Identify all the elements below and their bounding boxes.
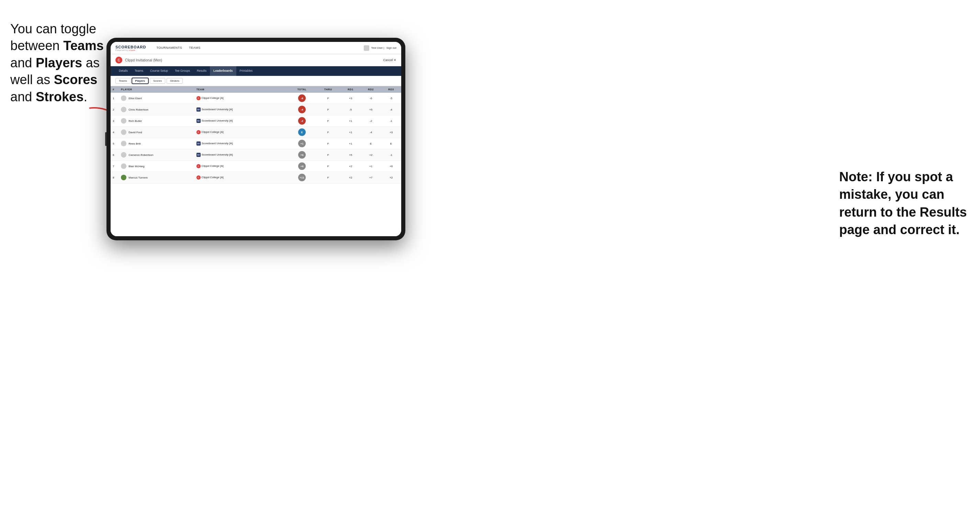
cell-rank: 4	[111, 127, 119, 138]
left-annotation: You can toggle between Teams and Players…	[10, 21, 107, 105]
cell-rd3: +6	[381, 161, 401, 172]
sign-out-link[interactable]: Sign out	[387, 46, 396, 49]
cell-team: SUScoreboard University [A]	[194, 115, 278, 127]
cell-rd1: +3	[340, 93, 361, 104]
col-rd2: RD2	[361, 86, 381, 93]
team-logo-clippd: C	[196, 164, 200, 168]
cell-rd1: +1	[340, 115, 361, 127]
app-header: SCOREBOARD Powered by clippd TOURNAMENTS…	[111, 42, 401, 54]
toggle-scores-button[interactable]: Scores	[150, 78, 165, 84]
cell-team: CClippd College [A]	[194, 127, 278, 138]
team-logo-su: SU	[196, 141, 200, 146]
col-total: TOTAL	[288, 86, 316, 93]
cell-spacer	[278, 138, 288, 149]
toggle-strokes-button[interactable]: Strokes	[167, 78, 183, 84]
tab-leaderboards[interactable]: Leaderboards	[210, 66, 236, 76]
cell-total: -4	[288, 104, 316, 115]
player-name: Cameron Robertson	[129, 154, 153, 157]
scores-bold: Scores	[54, 73, 97, 87]
toggle-teams-button[interactable]: Teams	[115, 78, 130, 84]
team-name: Scoreboard University [A]	[202, 153, 233, 156]
tab-printables[interactable]: Printables	[236, 66, 256, 76]
player-name: David Ford	[129, 131, 142, 134]
team-logo-su: SU	[196, 108, 200, 111]
tab-teams[interactable]: Teams	[131, 66, 147, 76]
strokes-bold: Strokes	[36, 90, 83, 104]
cell-team: CClippd College [A]	[194, 172, 278, 183]
cell-rd2: E	[361, 138, 381, 149]
tab-tee-groups[interactable]: Tee Groups	[172, 66, 193, 76]
player-name: Rich Butler	[129, 119, 142, 122]
table-row: 4 David Ford CClippd College [A] E F +1 …	[111, 127, 401, 138]
tab-results[interactable]: Results	[193, 66, 210, 76]
cell-rd3: -5	[381, 93, 401, 104]
cell-team: SUScoreboard University [A]	[194, 138, 278, 149]
player-name: Marcus Turners	[129, 176, 148, 179]
cell-rd3: -1	[381, 115, 401, 127]
score-badge: -4	[298, 106, 306, 113]
tablet-frame: SCOREBOARD Powered by clippd TOURNAMENTS…	[107, 38, 405, 240]
score-badge: -8	[298, 94, 306, 102]
right-annotation: Note: If you spot a mistake, you can ret…	[839, 168, 970, 239]
col-thru: THRU	[316, 86, 340, 93]
table-row: 2 Chris Robertson SUScoreboard Universit…	[111, 104, 401, 115]
logo-subtext: Powered by clippd	[115, 49, 146, 51]
header-user-area: Test User | Sign out	[364, 45, 396, 51]
team-logo-su: SU	[196, 153, 200, 157]
cell-spacer	[278, 115, 288, 127]
tab-course-setup[interactable]: Course Setup	[147, 66, 172, 76]
team-name: Scoreboard University [A]	[202, 108, 233, 111]
table-header-row: # PLAYER TEAM TOTAL THRU RD1 RD2 RD3	[111, 86, 401, 93]
team-name: Scoreboard University [A]	[202, 142, 233, 145]
cancel-button[interactable]: Cancel ✕	[383, 58, 396, 62]
col-rank: #	[111, 86, 119, 93]
cell-rd2: +7	[361, 172, 381, 183]
cell-rd2: +5	[361, 104, 381, 115]
cell-total: E	[288, 127, 316, 138]
cell-rd3: -4	[381, 104, 401, 115]
cell-player: Cameron Robertson	[119, 149, 194, 161]
table-row: 1 Elliot Ebert CClippd College [A] -8 F …	[111, 93, 401, 104]
nav-tournaments[interactable]: TOURNAMENTS	[153, 42, 186, 54]
player-avatar	[121, 152, 126, 157]
player-name: Rees Britt	[129, 142, 140, 145]
cell-total: +8	[288, 161, 316, 172]
player-avatar	[121, 95, 126, 101]
cell-rd3: E	[381, 138, 401, 149]
cell-rd3: -1	[381, 149, 401, 161]
cell-total: +11	[288, 172, 316, 183]
tournament-bar: C Clippd Invitational (Men) Cancel ✕	[111, 54, 401, 66]
tab-details[interactable]: Details	[115, 66, 131, 76]
score-badge: +8	[298, 162, 306, 170]
cell-player: Blair McHarg	[119, 161, 194, 172]
cell-spacer	[278, 93, 288, 104]
player-name: Chris Robertson	[129, 108, 148, 111]
cell-rank: 7	[111, 161, 119, 172]
col-rd3: RD3	[381, 86, 401, 93]
toggle-players-button[interactable]: Players	[132, 78, 148, 84]
tablet-screen: SCOREBOARD Powered by clippd TOURNAMENTS…	[111, 42, 401, 236]
players-bold: Players	[36, 56, 82, 70]
cell-player: Rich Butler	[119, 115, 194, 127]
cell-thru: F	[316, 172, 340, 183]
score-badge: E	[298, 129, 306, 136]
cell-rd1: +1	[340, 127, 361, 138]
cell-rd1: +5	[340, 149, 361, 161]
player-avatar	[121, 141, 126, 146]
nav-teams[interactable]: TEAMS	[186, 42, 204, 54]
user-avatar	[364, 45, 369, 51]
score-badge: -2	[298, 117, 306, 125]
cell-rd1: -5	[340, 104, 361, 115]
scoreboard-logo: SCOREBOARD Powered by clippd	[115, 45, 146, 51]
cell-total: -2	[288, 115, 316, 127]
cell-team: CClippd College [A]	[194, 161, 278, 172]
cell-player: Chris Robertson	[119, 104, 194, 115]
col-rd1: RD1	[340, 86, 361, 93]
team-name: Scoreboard University [A]	[202, 119, 233, 122]
team-name: Clippd College [A]	[202, 165, 224, 168]
cell-thru: F	[316, 138, 340, 149]
col-team: TEAM	[194, 86, 278, 93]
player-avatar	[121, 129, 126, 135]
cell-rd1: +2	[340, 172, 361, 183]
cell-spacer	[278, 172, 288, 183]
